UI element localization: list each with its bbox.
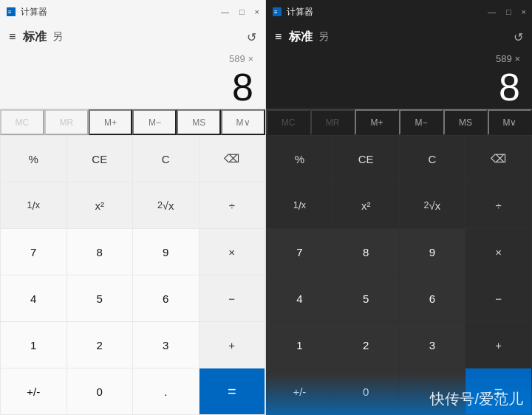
mem-ms-light[interactable]: MS <box>177 109 221 135</box>
btn-multiply-dark[interactable]: × <box>466 229 531 275</box>
btn-reciprocal-dark[interactable]: 1/x <box>267 182 332 228</box>
btn-3-dark[interactable]: 3 <box>400 322 466 368</box>
mem-mminus-dark[interactable]: M− <box>399 109 443 135</box>
mem-mplus-dark[interactable]: M+ <box>355 109 399 135</box>
btn-9-dark[interactable]: 9 <box>400 229 466 275</box>
mem-mv-light[interactable]: M∨ <box>221 109 265 135</box>
btn-1-light[interactable]: 1 <box>1 322 66 368</box>
btn-divide-light[interactable]: ÷ <box>200 182 265 228</box>
btn-backspace-dark[interactable]: ⌫ <box>466 136 531 182</box>
btn-ce-dark[interactable]: CE <box>333 136 399 182</box>
main-number-light: 8 <box>12 66 253 109</box>
btn-sqrt-dark[interactable]: 2√x <box>400 182 466 228</box>
title-text-dark: 计算器 <box>287 6 488 18</box>
btn-subtract-dark[interactable]: − <box>466 275 531 321</box>
btn-4-dark[interactable]: 4 <box>267 275 332 321</box>
btn-decimal-light[interactable]: . <box>133 368 199 414</box>
mode-label-light: 标准 <box>23 30 47 45</box>
btn-multiply-light[interactable]: × <box>200 229 265 275</box>
btn-sqrt-light[interactable]: 2√x <box>133 182 199 228</box>
btn-2-dark[interactable]: 2 <box>333 322 399 368</box>
btn-8-light[interactable]: 8 <box>67 229 133 275</box>
maximize-btn-light[interactable]: □ <box>239 7 245 16</box>
btn-percent-light[interactable]: % <box>1 136 66 182</box>
display-dark: 589 × 8 <box>266 50 532 109</box>
mem-mv-dark[interactable]: M∨ <box>488 109 532 135</box>
history-btn-light[interactable]: ↺ <box>247 30 256 44</box>
btn-negate-dark[interactable]: +/- <box>267 368 332 414</box>
btn-c-dark[interactable]: C <box>400 136 466 182</box>
memory-row-light: MC MR M+ M− MS M∨ <box>0 109 265 135</box>
btn-5-dark[interactable]: 5 <box>333 275 399 321</box>
mode-label-dark: 标准 <box>289 30 313 45</box>
btn-square-dark[interactable]: x² <box>333 182 399 228</box>
btn-divide-dark[interactable]: ÷ <box>466 182 531 228</box>
expression-light: 589 × <box>12 53 253 66</box>
mem-mr-light[interactable]: MR <box>44 109 89 135</box>
btn-equal-dark[interactable]: = <box>466 368 531 414</box>
btn-reciprocal-light[interactable]: 1/x <box>1 182 66 228</box>
mem-mminus-light[interactable]: M− <box>132 109 177 135</box>
btn-6-light[interactable]: 6 <box>133 275 199 321</box>
window-controls-light: — □ × <box>221 7 259 16</box>
maximize-btn-dark[interactable]: □ <box>506 7 511 16</box>
close-btn-light[interactable]: × <box>255 7 259 16</box>
btn-backspace-light[interactable]: ⌫ <box>200 136 265 182</box>
mem-ms-dark[interactable]: MS <box>443 109 488 135</box>
expression-dark: 589 × <box>278 53 520 66</box>
btn-5-light[interactable]: 5 <box>67 275 133 321</box>
btn-subtract-light[interactable]: − <box>200 275 265 321</box>
mem-mc-light[interactable]: MC <box>0 109 44 135</box>
btn-6-dark[interactable]: 6 <box>400 275 466 321</box>
mode-icon-light: 另 <box>52 30 63 44</box>
btn-decimal-dark[interactable]: . <box>400 368 466 414</box>
btn-3-light[interactable]: 3 <box>133 322 199 368</box>
btn-square-light[interactable]: x² <box>67 182 133 228</box>
title-bar-dark: ≡ 计算器 — □ × <box>266 0 532 24</box>
minimize-btn-dark[interactable]: — <box>488 7 496 16</box>
btn-add-dark[interactable]: + <box>466 322 531 368</box>
btn-9-light[interactable]: 9 <box>133 229 199 275</box>
minimize-btn-light[interactable]: — <box>221 7 229 16</box>
btn-negate-light[interactable]: +/- <box>1 368 66 414</box>
app-icon-light: ≡ <box>6 7 16 17</box>
btn-0-dark[interactable]: 0 <box>333 368 399 414</box>
btn-1-dark[interactable]: 1 <box>267 322 332 368</box>
btn-equal-light[interactable]: = <box>200 368 265 414</box>
calculator-dark: ≡ 计算器 — □ × ≡ 标准 另 ↺ 589 × 8 MC MR M+ M−… <box>266 0 532 415</box>
svg-text:≡: ≡ <box>274 9 278 16</box>
mem-mc-dark[interactable]: MC <box>266 109 310 135</box>
btn-add-light[interactable]: + <box>200 322 265 368</box>
btn-ce-light[interactable]: CE <box>67 136 133 182</box>
calculator-light: ≡ 计算器 — □ × ≡ 标准 另 ↺ 589 × 8 MC MR M+ M−… <box>0 0 266 415</box>
btn-7-dark[interactable]: 7 <box>267 229 332 275</box>
btn-7-light[interactable]: 7 <box>1 229 66 275</box>
menu-icon-light[interactable]: ≡ <box>9 30 16 44</box>
window-controls-dark: — □ × <box>488 7 526 16</box>
header-dark: ≡ 标准 另 ↺ <box>266 24 532 50</box>
btn-c-light[interactable]: C <box>133 136 199 182</box>
close-btn-dark[interactable]: × <box>522 7 526 16</box>
button-grid-dark: % CE C ⌫ 1/x x² 2√x ÷ 7 8 9 × 4 5 6 − 1 … <box>266 135 532 415</box>
title-text-light: 计算器 <box>21 6 221 18</box>
btn-2-light[interactable]: 2 <box>67 322 133 368</box>
menu-icon-dark[interactable]: ≡ <box>275 30 282 44</box>
title-bar-light: ≡ 计算器 — □ × <box>0 0 265 24</box>
btn-0-light[interactable]: 0 <box>67 368 133 414</box>
header-light: ≡ 标准 另 ↺ <box>0 24 265 50</box>
history-btn-dark[interactable]: ↺ <box>514 30 523 44</box>
btn-4-light[interactable]: 4 <box>1 275 66 321</box>
mem-mplus-light[interactable]: M+ <box>89 109 133 135</box>
svg-text:≡: ≡ <box>8 9 12 16</box>
mode-icon-dark: 另 <box>318 30 329 44</box>
btn-8-dark[interactable]: 8 <box>333 229 399 275</box>
btn-percent-dark[interactable]: % <box>267 136 332 182</box>
memory-row-dark: MC MR M+ M− MS M∨ <box>266 109 532 135</box>
mem-mr-dark[interactable]: MR <box>310 109 355 135</box>
display-light: 589 × 8 <box>0 50 265 109</box>
main-number-dark: 8 <box>278 66 520 109</box>
app-icon-dark: ≡ <box>272 7 282 17</box>
button-grid-light: % CE C ⌫ 1/x x² 2√x ÷ 7 8 9 × 4 5 6 − 1 … <box>0 135 265 415</box>
